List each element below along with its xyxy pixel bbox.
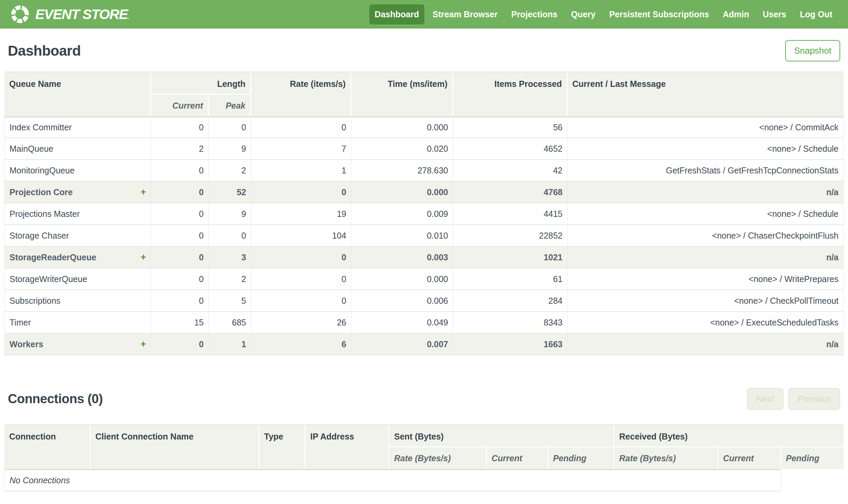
queue-name-cell: Index Committer [4,116,151,138]
queue-row: StorageWriterQueue0200.00061<none> / Wri… [4,268,844,290]
queue-name: Timer [10,318,31,327]
expand-plus-icon[interactable]: + [141,187,146,198]
queue-rate-cell: 0 [251,116,351,138]
queue-row: Projection Core+05200.0004768n/a [4,182,844,203]
queue-items-cell: 4415 [453,203,567,225]
queue-row: StorageReaderQueue+0300.0031021n/a [4,247,844,268]
queue-name-cell: StorageWriterQueue [4,268,151,290]
connections-table-body: No Connections [4,469,844,491]
queue-time-cell: 0.049 [351,312,453,334]
queue-peak-cell: 2 [209,160,251,182]
nav-item-dashboard[interactable]: Dashboard [369,4,425,24]
expand-plus-icon[interactable]: + [141,339,146,349]
queue-row: Timer15685260.0498343<none> / ExecuteSch… [4,312,844,334]
queue-message-cell: n/a [567,247,844,268]
queue-name-cell: Timer [4,312,151,334]
col-header-ip-address: IP Address [306,425,390,469]
page-title: Dashboard [8,43,81,59]
connections-title: Connections (0) [8,392,103,406]
queue-message-cell: <none> / ChaserCheckpointFlush [567,225,844,247]
nav-items: DashboardStream BrowserProjectionsQueryP… [369,4,838,24]
queue-name: Subscriptions [10,296,60,306]
queue-message-cell: <none> / ExecuteScheduledTasks [567,312,844,334]
queue-current-cell: 2 [151,138,209,160]
col-header-time: Time (ms/item) [351,72,453,116]
queue-time-cell: 0.003 [351,247,453,268]
queue-message-cell: <none> / CheckPollTimeout [567,290,844,312]
queue-time-cell: 0.007 [351,334,453,355]
col-header-received: Received (Bytes) [614,425,844,447]
queue-items-cell: 1021 [453,247,567,268]
queue-name: Index Committer [10,123,72,132]
col-header-received-rate: Rate (Bytes/s) [614,447,718,469]
queue-name-cell: Workers+ [4,334,151,355]
queue-time-cell: 0.010 [351,225,453,247]
queue-items-cell: 56 [453,116,567,138]
queue-row: Subscriptions0500.006284<none> / CheckPo… [4,290,844,312]
nav-item-stream-browser[interactable]: Stream Browser [427,4,503,24]
queue-rate-cell: 7 [251,138,351,160]
nav-item-query[interactable]: Query [565,4,601,24]
queue-current-cell: 0 [151,116,209,138]
queue-name: Storage Chaser [10,231,69,241]
queue-items-cell: 284 [453,290,567,312]
queue-current-cell: 0 [151,225,209,247]
queue-time-cell: 0.000 [351,116,453,138]
no-connections-row: No Connections [4,469,844,491]
expand-plus-icon[interactable]: + [141,252,146,263]
page-head: Dashboard Snapshot [8,40,840,61]
queue-time-cell: 278.630 [351,160,453,182]
connections-head: Connections (0) Next Previous [8,388,840,410]
queue-time-cell: 0.020 [351,138,453,160]
nav-item-admin[interactable]: Admin [717,4,755,24]
queue-message-cell: <none> / CommitAck [567,116,844,138]
main-content: Dashboard Snapshot Queue Name Length Rat… [0,40,848,491]
connections-table-header: Connection Client Connection Name Type I… [4,425,844,469]
col-header-length-peak: Peak [209,95,251,116]
queue-row: MonitoringQueue021278.63042GetFreshStats… [4,160,844,182]
queue-peak-cell: 9 [209,203,251,225]
queue-peak-cell: 5 [209,290,251,312]
queue-row: Storage Chaser001040.01022852<none> / Ch… [4,225,844,247]
queue-peak-cell: 9 [209,138,251,160]
queue-rate-cell: 19 [251,203,351,225]
queue-peak-cell: 52 [209,182,251,203]
previous-button[interactable]: Previous [788,388,840,410]
queue-current-cell: 15 [151,312,209,334]
no-connections-message: No Connections [4,469,781,491]
queue-row: Index Committer0000.00056<none> / Commit… [4,116,844,138]
queue-message-cell: <none> / Schedule [567,138,844,160]
queue-current-cell: 0 [151,268,209,290]
queue-name: MainQueue [10,144,53,154]
next-button[interactable]: Next [747,388,783,410]
queue-peak-cell: 685 [209,312,251,334]
nav-item-persistent-subscriptions[interactable]: Persistent Subscriptions [603,4,715,24]
queue-current-cell: 0 [151,160,209,182]
queue-time-cell: 0.000 [351,268,453,290]
queue-peak-cell: 0 [209,225,251,247]
nav-item-users[interactable]: Users [757,4,792,24]
queue-rate-cell: 26 [251,312,351,334]
queue-name: Projections Master [10,209,80,219]
top-navbar: EVENT STORE. DashboardStream BrowserProj… [0,0,848,29]
queue-name: Projection Core [10,187,73,197]
queue-row: Workers+0160.0071663n/a [4,334,844,355]
queue-rate-cell: 104 [251,225,351,247]
queue-rate-cell: 0 [251,290,351,312]
connections-table: Connection Client Connection Name Type I… [4,424,844,491]
col-header-client-name: Client Connection Name [91,425,259,469]
snapshot-button[interactable]: Snapshot [785,40,840,61]
queue-row: Projections Master09190.0094415<none> / … [4,203,844,225]
brand-trademark-dot: . [128,14,129,20]
queue-items-cell: 1663 [453,334,567,355]
connections-pager: Next Previous [747,388,840,410]
queue-rate-cell: 0 [251,268,351,290]
queue-current-cell: 0 [151,203,209,225]
queue-table-body: Index Committer0000.00056<none> / Commit… [4,116,844,355]
nav-item-log-out[interactable]: Log Out [794,4,838,24]
nav-item-projections[interactable]: Projections [506,4,563,24]
col-header-length: Length [151,72,251,95]
col-header-received-current: Current [718,447,781,469]
queue-current-cell: 0 [151,247,209,268]
queue-current-cell: 0 [151,290,209,312]
